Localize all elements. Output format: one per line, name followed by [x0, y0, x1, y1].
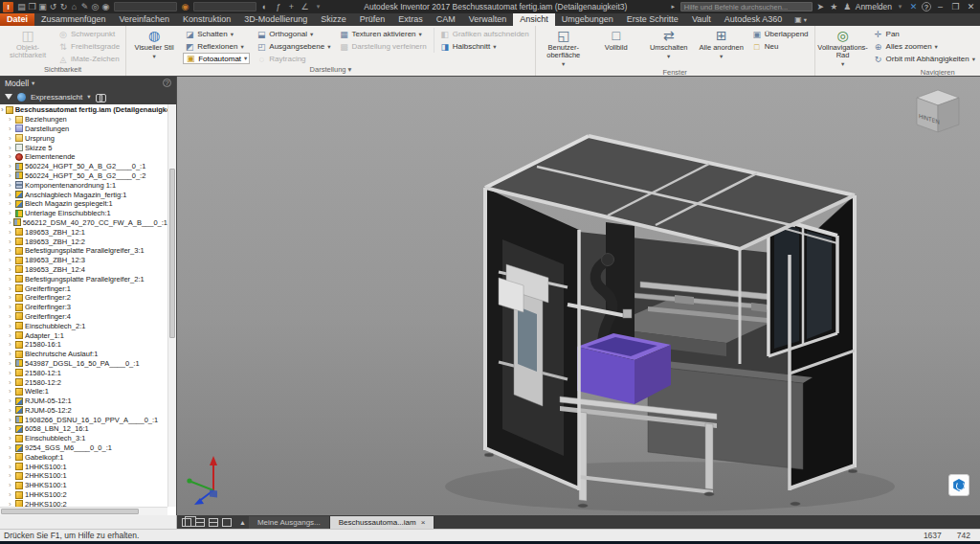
- tab-extras[interactable]: Extras: [391, 13, 430, 26]
- search-binoculars-icon[interactable]: [96, 94, 106, 101]
- benutzeroberflaeche-button[interactable]: ◱ Benutzer- oberfläche▾: [540, 28, 588, 68]
- tree-node[interactable]: ›Anschlagblech Magazin_fertig:1: [0, 190, 167, 199]
- tree-node-label[interactable]: Greiferfinger:4: [25, 312, 71, 321]
- undo-icon[interactable]: ↺: [48, 1, 58, 12]
- machine-3d-model[interactable]: HINTEN: [177, 77, 980, 515]
- tree-node-label[interactable]: 1908266_DSNU_16_10_PPV_A____0_:1: [25, 416, 158, 424]
- expand-arrow-icon[interactable]: ›: [9, 171, 13, 180]
- tree-vertical-scrollbar[interactable]: [167, 104, 176, 507]
- expand-arrow-icon[interactable]: ›: [9, 134, 13, 143]
- view-cube[interactable]: HINTEN: [917, 90, 959, 132]
- tree-node-label[interactable]: Unterlage Einschubblech:1: [25, 209, 111, 217]
- tab-datei[interactable]: Datei: [0, 13, 34, 26]
- tree-vscroll-thumb[interactable]: [169, 169, 175, 337]
- doc-tab[interactable]: Beschussautoma...iam×: [330, 516, 435, 529]
- tab-verwalten[interactable]: Verwalten: [462, 13, 514, 26]
- tree-node[interactable]: ›Befestigungsplatte Parallelgreifer_2:1: [0, 274, 167, 283]
- expand-arrow-icon[interactable]: ›: [9, 303, 13, 311]
- expand-arrow-icon[interactable]: ›: [9, 275, 13, 283]
- tree-node[interactable]: ›21580-12:1: [0, 368, 167, 377]
- favorites-star-icon[interactable]: ★: [829, 1, 839, 12]
- expand-arrow-icon[interactable]: ›: [9, 246, 13, 255]
- expand-arrow-icon[interactable]: ›: [9, 500, 13, 507]
- pan-button[interactable]: ✛Pan: [872, 28, 977, 40]
- expand-arrow-icon[interactable]: ›: [9, 481, 13, 489]
- save-icon[interactable]: ▣: [37, 1, 48, 12]
- fx-icon[interactable]: ƒ: [273, 1, 283, 12]
- tree-node[interactable]: ›Darstellungen: [0, 125, 167, 134]
- darstellung-verfeinern-button[interactable]: ▩Darstellung verfeinern: [337, 40, 428, 53]
- schwerpunkt-button[interactable]: ◎Schwerpunkt: [56, 28, 122, 40]
- expand-arrow-icon[interactable]: ›: [9, 199, 13, 208]
- sign-in-button[interactable]: Anmelden: [856, 2, 892, 11]
- zoom-percent-icon[interactable]: ◎: [90, 1, 100, 12]
- expand-arrow-icon[interactable]: ›: [9, 369, 13, 377]
- tab-prüfen[interactable]: Prüfen: [353, 13, 392, 26]
- reflexionen-button[interactable]: ◩Reflexionen▾: [183, 40, 250, 53]
- expand-arrow-icon[interactable]: ›: [9, 359, 13, 368]
- tree-node-label[interactable]: 21580-12:2: [25, 378, 61, 387]
- adjust-icon[interactable]: ◐: [259, 1, 270, 12]
- expand-arrow-icon[interactable]: ›: [9, 162, 13, 170]
- expand-arrow-icon[interactable]: ›: [9, 424, 13, 433]
- tree-node[interactable]: ›1HHKS100:1: [0, 462, 167, 471]
- tab-skizze[interactable]: Skizze: [314, 13, 353, 26]
- tree-node[interactable]: ›Blech Magazin gespiegelt:1: [0, 199, 167, 209]
- help-search-input[interactable]: Hilfe und Befehle durchsuchen...: [680, 2, 813, 11]
- tab-konstruktion[interactable]: Konstruktion: [176, 13, 237, 26]
- open-icon[interactable]: ❒: [27, 1, 37, 12]
- collapse-tabbar-icon[interactable]: ▲: [239, 519, 246, 526]
- tree-node[interactable]: ›543987_DGSL_16_50_PA____0_:1: [0, 359, 167, 369]
- tree-node-label[interactable]: Greiferfinger:3: [25, 303, 71, 311]
- tree-horizontal-scrollbar[interactable]: [0, 507, 167, 515]
- redo-icon[interactable]: ↻: [58, 1, 69, 12]
- viewport-3d[interactable]: HINTEN: [177, 77, 980, 515]
- expand-arrow-icon[interactable]: ›: [1, 105, 4, 114]
- tree-node[interactable]: ›Elementenende: [0, 152, 167, 162]
- expand-arrow-icon[interactable]: ›: [9, 406, 13, 415]
- vollbild-button[interactable]: □ Vollbild: [592, 28, 640, 52]
- expand-arrow-icon[interactable]: ›: [9, 490, 13, 499]
- tree-node[interactable]: ›189653_ZBH_12:2: [0, 237, 167, 246]
- tree-node-label[interactable]: Beziehungen: [25, 115, 67, 124]
- tree-node-label[interactable]: Komponentenanordnung 1:1: [25, 181, 116, 190]
- schatten-button[interactable]: ◪Schatten▾: [183, 28, 250, 40]
- tree-node[interactable]: ›560224_HGPT_50_A_B_G2____0_:2: [0, 171, 167, 181]
- tab-cam[interactable]: CAM: [430, 13, 462, 26]
- help-icon[interactable]: ?: [922, 2, 931, 11]
- close-button[interactable]: ✕: [965, 2, 977, 11]
- expand-arrow-icon[interactable]: ›: [9, 350, 13, 358]
- expand-arrow-icon[interactable]: ›: [9, 181, 13, 190]
- grafiken-aufschneiden-button[interactable]: ◧Grafiken aufschneiden: [438, 28, 531, 40]
- expand-arrow-icon[interactable]: ›: [9, 265, 13, 274]
- tree-node[interactable]: ›Ursprung: [0, 133, 167, 143]
- expand-arrow-icon[interactable]: ›: [9, 331, 13, 340]
- expand-arrow-icon[interactable]: ›: [9, 256, 13, 264]
- tree-node-label[interactable]: Anschlagblech Magazin_fertig:1: [25, 191, 126, 199]
- appearance-dropdown[interactable]: [193, 2, 256, 11]
- doc-tab-close-icon[interactable]: ×: [421, 518, 426, 527]
- imate-zeichen-button[interactable]: ◬iMate-Zeichen: [56, 53, 122, 65]
- browser-title[interactable]: Modell: [5, 79, 29, 88]
- qat-caret-icon[interactable]: ▾: [313, 1, 323, 12]
- tree-node-label[interactable]: 2HHKS100:2: [25, 500, 67, 507]
- browser-title-caret-icon[interactable]: ▾: [32, 79, 34, 87]
- tree-node-label[interactable]: Befestigungsplatte Parallelgreifer_2:1: [25, 275, 145, 283]
- tree-node[interactable]: ›560224_HGPT_50_A_B_G2____0_:1: [0, 162, 167, 171]
- express-view-button[interactable]: Expressansicht: [31, 93, 82, 102]
- expand-arrow-icon[interactable]: ›: [9, 434, 13, 442]
- tree-node-label[interactable]: 566212_DSM_40_270_CC_FW_A_B___0_:1: [23, 218, 167, 227]
- tree-node[interactable]: ›Unterlage Einschubblech:1: [0, 209, 167, 218]
- expand-arrow-icon[interactable]: ›: [9, 284, 13, 293]
- expand-arrow-icon[interactable]: ›: [9, 228, 13, 237]
- minimize-button[interactable]: –: [934, 2, 947, 11]
- objekt-sichtbarkeit-button[interactable]: ◫ Objekt- sichtbarkeit: [4, 28, 52, 59]
- tree-node-label[interactable]: Skizze 5: [25, 144, 52, 152]
- tree-node-label[interactable]: 1HHKS100:2: [25, 490, 67, 499]
- alle-anordnen-button[interactable]: ⊞ Alle anordnen▾: [698, 28, 746, 60]
- tree-node-label[interactable]: Gabelkopf:1: [25, 453, 63, 462]
- tree-node-label[interactable]: 1HHKS100:1: [25, 463, 67, 471]
- tree-node-label[interactable]: Einschubblech_2:1: [25, 322, 85, 330]
- expand-arrow-icon[interactable]: ›: [9, 453, 13, 462]
- tree-node[interactable]: ›Skizze 5: [0, 143, 167, 152]
